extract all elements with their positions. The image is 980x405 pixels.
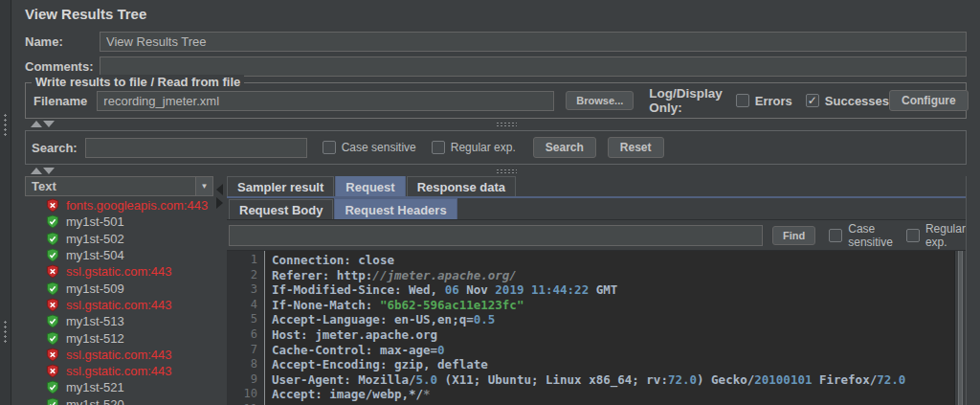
write-results-group: Write results to file / Read from file F…: [25, 82, 967, 119]
search-input[interactable]: [85, 138, 307, 158]
scrollbar-thumb[interactable]: [958, 251, 963, 405]
code-area[interactable]: Connection: closeReferer: http://jmeter.…: [265, 251, 954, 405]
tree-item-error[interactable]: ssl.gstatic.com:443: [25, 347, 213, 363]
code-line[interactable]: Accept: image/webp,*/*: [272, 387, 954, 402]
find-regex-checkbox[interactable]: [906, 229, 920, 242]
log-display-only-label: Log/Display Only:: [649, 86, 723, 115]
code-segment: Nov: [459, 282, 496, 297]
filename-label: Filename: [33, 94, 87, 108]
tree-item-label: ssl.gstatic.com:443: [66, 298, 172, 312]
line-number: 4: [227, 298, 257, 313]
tab-sampler-result[interactable]: Sampler result: [227, 176, 334, 196]
collapse-down-icon[interactable]: [43, 121, 55, 127]
tree-item-label: ssl.gstatic.com:443: [66, 364, 172, 378]
search-case-checkbox[interactable]: [323, 141, 336, 154]
find-input[interactable]: [229, 225, 763, 246]
tree-item-success[interactable]: my1st-502: [25, 231, 213, 247]
chevron-down-icon[interactable]: ▼: [195, 177, 212, 195]
tree-item-success[interactable]: my1st-509: [25, 280, 213, 296]
code-segment: GMT: [589, 282, 617, 297]
status-shield-icon: [46, 298, 59, 312]
browse-button[interactable]: Browse...: [566, 91, 634, 110]
tree-item-error[interactable]: fonts.googleapis.com:443: [25, 197, 213, 214]
code-segment: *: [423, 387, 431, 401]
code-line[interactable]: If-None-Match: "6b62-596ac11e123fc": [272, 298, 954, 313]
tree-item-label: my1st-521: [66, 380, 124, 394]
tab-request[interactable]: Request: [335, 176, 405, 196]
editor-scrollbar[interactable]: [954, 251, 966, 405]
code-line[interactable]: Cache-Control: max-age=0: [272, 343, 954, 358]
collapse-up-icon[interactable]: [31, 121, 42, 127]
configure-button[interactable]: Configure: [889, 90, 969, 111]
window-left-splitter[interactable]: [0, 0, 11, 405]
tree-item-error[interactable]: ssl.gstatic.com:443: [25, 263, 213, 280]
collapse-up-icon[interactable]: [31, 168, 42, 174]
code-segment: Accept-Encoding: gzip, deflate: [272, 357, 488, 371]
status-shield-icon: [46, 364, 59, 378]
code-line[interactable]: If-Modified-Since: Wed, 06 Nov 2019 11:4…: [272, 282, 954, 298]
request-subtabs: Request Body Request Headers: [227, 198, 966, 220]
horizontal-splitter-top[interactable]: [25, 120, 967, 128]
horizontal-splitter-bottom[interactable]: [25, 167, 967, 175]
name-input[interactable]: [100, 32, 967, 52]
splitter-grip-icon[interactable]: [496, 122, 517, 126]
code-segment: 2019: [495, 282, 523, 297]
line-number: 6: [227, 327, 257, 343]
tree-item-success[interactable]: my1st-501: [25, 214, 213, 230]
code-segment: //jmeter.apache.org/: [372, 268, 517, 282]
line-number-gutter: 1234567891011: [227, 251, 265, 405]
comments-input[interactable]: [100, 56, 967, 77]
code-segment: Host: jmeter.apache.org: [272, 327, 437, 342]
tree-item-success[interactable]: my1st-521: [25, 379, 213, 395]
status-shield-icon: [46, 198, 59, 213]
filename-input[interactable]: [97, 91, 554, 111]
tree-item-label: fonts.googleapis.com:443: [66, 198, 208, 213]
collapse-left-icon[interactable]: [216, 184, 223, 195]
status-shield-icon: [46, 264, 59, 279]
splitter-drag-handle[interactable]: [3, 113, 8, 138]
search-regex-checkbox[interactable]: [432, 141, 445, 154]
search-case-checkbox-group: Case sensitive: [323, 141, 416, 154]
request-headers-editor[interactable]: 1234567891011 Connection: closeReferer: …: [227, 250, 966, 405]
line-number: 1: [227, 253, 257, 268]
code-line[interactable]: Referer: http://jmeter.apache.org/: [272, 268, 954, 283]
search-button[interactable]: Search: [533, 137, 596, 158]
tree-item-success[interactable]: my1st-512: [25, 329, 213, 346]
tree-item-error[interactable]: ssl.gstatic.com:443: [25, 297, 213, 313]
display-format-dropdown[interactable]: Text ▼: [25, 176, 213, 196]
search-regex-checkbox-group: Regular exp.: [432, 141, 516, 154]
status-shield-icon: [46, 248, 59, 262]
errors-checkbox[interactable]: [736, 94, 749, 107]
main-content: View Results Tree Name: Comments: Write …: [11, 0, 980, 405]
tree-item-error[interactable]: ssl.gstatic.com:443: [25, 363, 213, 379]
tree-item-success[interactable]: my1st-520: [25, 396, 213, 405]
reset-button[interactable]: Reset: [608, 137, 664, 158]
code-segment: 11:44:22: [531, 282, 589, 297]
collapse-down-icon[interactable]: [43, 168, 55, 174]
subtab-request-body[interactable]: Request Body: [229, 199, 333, 219]
splitter-drag-handle[interactable]: [3, 320, 8, 345]
code-segment: Firefox/: [812, 372, 877, 387]
splitter-grip-icon[interactable]: [496, 169, 517, 173]
result-detail-panel: Sampler result Request Response data Req…: [227, 176, 967, 405]
tab-response-data[interactable]: Response data: [407, 176, 516, 196]
tree-item-label: ssl.gstatic.com:443: [66, 264, 172, 279]
successes-checkbox[interactable]: ✓: [806, 94, 819, 107]
code-line[interactable]: Accept-Encoding: gzip, deflate: [272, 357, 954, 372]
status-shield-icon: [46, 331, 59, 346]
code-line[interactable]: Host: jmeter.apache.org: [272, 327, 954, 343]
code-line[interactable]: Connection: close: [272, 253, 954, 268]
collapse-right-icon[interactable]: [216, 197, 223, 209]
find-button[interactable]: Find: [772, 226, 815, 245]
subtab-request-headers[interactable]: Request Headers: [334, 198, 457, 219]
code-segment: 0: [437, 343, 445, 357]
find-case-checkbox[interactable]: [829, 229, 842, 242]
tree-item-success[interactable]: my1st-504: [25, 247, 213, 263]
code-line[interactable]: User-Agent: Mozilla/5.0 (X11; Ubuntu; Li…: [272, 372, 954, 388]
tree-item-success[interactable]: my1st-513: [25, 313, 213, 329]
code-segment: Connection: close: [272, 253, 394, 267]
code-line[interactable]: Accept-Language: en-US,en;q=0.5: [272, 312, 954, 327]
vertical-splitter[interactable]: [213, 176, 227, 405]
code-segment: "6b62-596ac11e123fc": [380, 298, 524, 312]
code-segment: (X11; Ubuntu; Linux x86_64; rv:: [437, 372, 668, 387]
